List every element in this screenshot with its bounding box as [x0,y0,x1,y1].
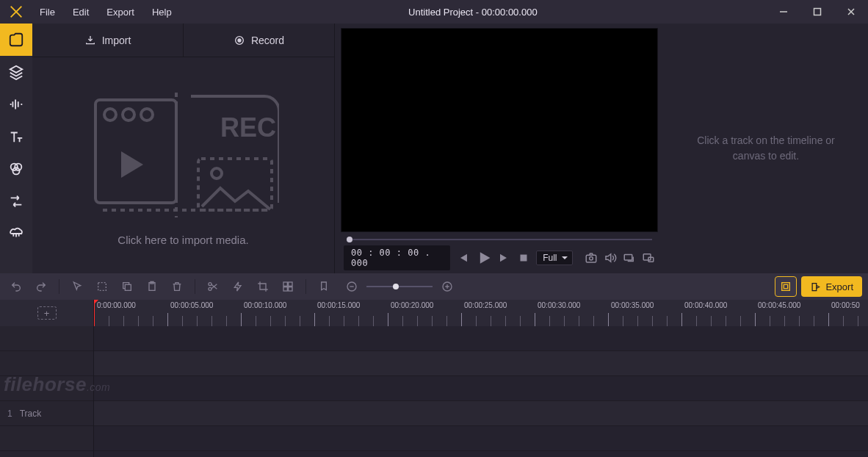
speed-button[interactable] [228,276,248,297]
maximize-button[interactable] [800,0,834,24]
sidebar-filters[interactable] [0,153,32,185]
import-tab[interactable]: Import [32,24,183,57]
ruler-label: 00:00:30.000 [538,301,580,309]
svg-rect-17 [624,255,632,260]
svg-rect-32 [782,283,790,291]
scrub-track[interactable] [347,239,652,240]
add-track-cell: + [0,300,94,326]
track-1-label: Track [20,409,42,419]
svg-text:REC: REC [220,112,276,143]
track-row[interactable] [94,426,868,451]
svg-rect-1 [814,9,821,15]
svg-rect-20 [98,283,106,291]
undo-button[interactable] [6,276,26,297]
svg-point-9 [123,109,134,120]
sidebar-transitions[interactable] [0,185,32,217]
redo-button[interactable] [31,276,51,297]
track-row[interactable] [94,351,868,376]
svg-rect-14 [521,255,527,262]
sidebar-layers[interactable] [0,56,32,88]
group-button[interactable] [278,276,298,297]
preview-zoom-select[interactable]: Full [536,251,573,265]
timeline-body: Track [0,326,868,457]
sidebar-audio[interactable] [0,88,32,120]
main-area: Import Record REC [0,24,868,273]
divider [305,279,306,294]
marker-button[interactable] [314,276,334,297]
track-lanes[interactable] [94,326,868,457]
menu-help[interactable]: Help [145,2,179,22]
spacer-track-header [0,351,93,376]
record-tab[interactable]: Record [183,24,334,57]
next-frame-button[interactable] [498,251,511,265]
scrub-knob[interactable] [347,237,352,242]
export-icon [810,281,821,292]
zoom-out-button[interactable] [341,276,362,297]
paste-button[interactable] [142,276,162,297]
sidebar-text[interactable] [0,120,32,153]
sidebar-elements[interactable] [0,217,32,250]
svg-point-4 [12,168,19,174]
playhead[interactable] [94,300,95,326]
track-headers: Track [0,326,94,457]
fullscreen-button[interactable] [642,251,655,265]
stop-button[interactable] [517,251,530,265]
track-row[interactable] [94,376,868,401]
ruler-label: 00:00:20.000 [391,301,433,309]
preview-panel: 00 : 00 : 00 . 000 Full [335,24,868,273]
divider [59,279,59,294]
player-controls: 00 : 00 : 00 . 000 Full [341,247,658,269]
timeline-ruler-row: + 0:00:00.00000:00:05.00000:00:10.00000:… [0,300,868,326]
add-track-button[interactable]: + [37,306,57,320]
svg-point-10 [141,109,153,120]
media-dropzone[interactable]: REC Click here to import media. [32,57,334,273]
snapshot-button[interactable] [585,251,598,265]
autofit-button[interactable] [775,276,797,297]
export-button[interactable]: Export [801,276,862,297]
svg-point-24 [209,283,211,286]
sidebar [0,24,32,273]
track-row[interactable] [94,401,868,426]
select-tool[interactable] [92,276,112,297]
zoom-control [341,276,457,297]
menu-export[interactable]: Export [99,2,142,22]
preview-canvas[interactable] [341,28,658,232]
import-label: Import [102,35,131,46]
dropzone-hint: Click here to import media. [117,234,248,246]
svg-rect-27 [289,282,292,286]
record-label: Record [251,35,284,46]
menu-file[interactable]: File [32,2,62,22]
svg-point-25 [209,287,211,290]
ruler-label: 00:00:05.000 [170,301,213,309]
window-title: Untitled Project - 00:00:00.000 [179,7,767,18]
ruler-label: 00:00:15.000 [317,301,360,309]
spacer-track-header [0,376,93,401]
ruler-label: 0:00:00.000 [97,301,136,309]
detach-preview-button[interactable] [623,251,636,265]
minimize-button[interactable] [767,0,800,24]
close-button[interactable] [834,0,868,24]
copy-button[interactable] [117,276,137,297]
svg-rect-7 [95,100,176,203]
track-1-header[interactable]: Track [0,401,93,426]
split-button[interactable] [203,276,223,297]
track-row[interactable] [94,326,868,351]
timeline-ruler[interactable]: 0:00:00.00000:00:05.00000:00:10.00000:00… [94,300,868,326]
media-panel: Import Record REC [32,24,335,273]
zoom-knob[interactable] [393,284,399,289]
menu-edit[interactable]: Edit [65,2,96,22]
zoom-in-button[interactable] [437,276,457,297]
window-controls [767,0,868,24]
sidebar-media[interactable] [0,24,32,56]
zoom-slider[interactable] [366,286,433,287]
play-button[interactable] [475,248,492,267]
delete-button[interactable] [167,276,187,297]
import-icon [84,35,96,46]
volume-button[interactable] [604,251,617,265]
divider [195,279,195,294]
crop-button[interactable] [253,276,273,297]
cursor-tool[interactable] [67,276,87,297]
svg-point-6 [238,39,241,42]
prev-frame-button[interactable] [456,251,469,265]
scrub-bar[interactable] [341,232,658,247]
